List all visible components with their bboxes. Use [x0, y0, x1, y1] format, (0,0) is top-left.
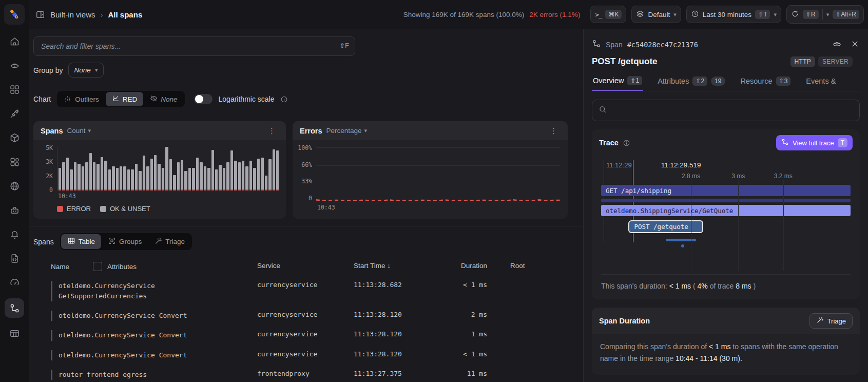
span-count-bar[interactable] — [242, 161, 244, 190]
tab-resource[interactable]: Resource⇧3 — [740, 76, 792, 91]
span-count-bar[interactable] — [165, 147, 168, 190]
close-icon[interactable] — [850, 39, 860, 50]
view-selector-dropdown[interactable]: Default ▾ — [631, 6, 681, 23]
col-service[interactable]: Service — [257, 262, 354, 270]
span-count-bar[interactable] — [97, 164, 99, 190]
span-count-bar[interactable] — [196, 158, 199, 190]
waterfall-span-connector[interactable] — [601, 199, 851, 202]
span-id[interactable]: #c54028ec47c21376 — [627, 41, 698, 49]
kebab-menu-icon[interactable]: ⋮ — [265, 126, 279, 135]
span-count-bar[interactable] — [112, 166, 114, 190]
span-count-bar[interactable] — [234, 161, 237, 190]
span-count-bar[interactable] — [184, 171, 187, 190]
trace-waterfall[interactable]: 11:12:29 11:12:29.519 GET /api/shipping … — [601, 159, 851, 271]
span-count-bar[interactable] — [169, 159, 172, 190]
span-count-bar[interactable] — [162, 168, 164, 190]
gauge-icon[interactable] — [5, 274, 24, 291]
command-palette-button[interactable]: >_ ⌘K — [590, 6, 626, 23]
span-count-bar[interactable] — [276, 150, 279, 190]
refresh-icon[interactable] — [791, 10, 799, 20]
span-count-bar[interactable] — [158, 164, 160, 190]
error-count-status[interactable]: 2K errors (1.1%) — [529, 11, 580, 18]
table-row[interactable]: oteldemo.CurrencyService Convert currenc… — [29, 326, 583, 345]
span-count-bar[interactable] — [143, 156, 145, 190]
dashboard-grid-icon[interactable] — [5, 81, 24, 98]
waterfall-event-dot[interactable] — [681, 244, 684, 247]
span-count-bar[interactable] — [104, 161, 107, 190]
table-cards-icon[interactable] — [5, 325, 24, 342]
span-count-bar[interactable] — [245, 166, 248, 190]
tab-triage[interactable]: Triage — [148, 235, 191, 249]
table-row[interactable]: router frontend egress frontendproxy 11:… — [29, 365, 583, 382]
search-input[interactable] — [33, 36, 355, 56]
span-count-bar[interactable] — [173, 175, 176, 190]
span-count-bar[interactable] — [135, 164, 138, 190]
span-count-bar[interactable] — [230, 150, 233, 190]
spans-metric-dropdown[interactable]: Count▾ — [67, 127, 91, 135]
breadcrumb-section[interactable]: Built-in views — [50, 10, 95, 19]
trace-icon[interactable] — [5, 298, 24, 318]
col-start-time[interactable]: Start Time ↓ — [354, 262, 436, 270]
robot-icon[interactable] — [5, 202, 24, 219]
span-count-bar[interactable] — [70, 169, 72, 190]
col-name[interactable]: Name — [51, 263, 69, 271]
span-count-bar[interactable] — [204, 166, 206, 190]
span-count-bar[interactable] — [257, 159, 260, 190]
span-count-bar[interactable] — [238, 162, 241, 190]
span-count-bar[interactable] — [82, 166, 84, 190]
col-duration[interactable]: Duration — [436, 262, 487, 270]
col-root[interactable]: Root — [487, 262, 583, 270]
chart-mode-none[interactable]: None — [144, 92, 183, 106]
chart-mode-red[interactable]: RED — [106, 92, 144, 106]
span-count-bar[interactable] — [116, 168, 119, 190]
kebab-menu-icon[interactable]: ⋮ — [547, 126, 561, 135]
span-count-bar[interactable] — [62, 162, 65, 190]
cube-icon[interactable] — [5, 129, 24, 146]
span-count-bar[interactable] — [211, 150, 214, 190]
chart-mode-outliers[interactable]: Outliers — [58, 92, 105, 106]
views-panel-icon[interactable] — [35, 10, 45, 20]
waterfall-span-parent[interactable]: oteldemo.ShippingService/GetQuote — [601, 205, 851, 216]
span-count-bar[interactable] — [200, 162, 202, 190]
panel-search-input[interactable] — [592, 100, 860, 121]
app-logo-icon[interactable] — [4, 4, 25, 25]
table-row[interactable]: oteldemo.CurrencyService Convert currenc… — [29, 346, 583, 365]
home-icon[interactable] — [5, 33, 24, 50]
plug-icon[interactable] — [5, 105, 24, 122]
waterfall-span-root[interactable]: GET /api/shipping — [601, 185, 851, 196]
span-count-bar[interactable] — [131, 169, 133, 190]
span-count-bar[interactable] — [127, 169, 130, 190]
group-by-dropdown[interactable]: None ▾ — [68, 63, 104, 78]
chevron-down-icon[interactable]: ▾ — [826, 12, 830, 17]
globe-icon[interactable] — [5, 178, 24, 195]
span-count-bar[interactable] — [192, 168, 195, 190]
span-count-bar[interactable] — [261, 158, 263, 190]
file-code-icon[interactable] — [5, 250, 24, 267]
errors-metric-dropdown[interactable]: Percentage▾ — [326, 127, 368, 135]
span-count-bar[interactable] — [139, 171, 141, 190]
span-count-bar[interactable] — [120, 166, 122, 190]
span-count-bar[interactable] — [223, 168, 225, 190]
tab-table[interactable]: Table — [61, 234, 101, 249]
span-count-bar[interactable] — [219, 165, 221, 190]
span-count-bar[interactable] — [150, 159, 153, 190]
span-count-bar[interactable] — [215, 169, 218, 190]
ufo-icon[interactable] — [5, 57, 24, 74]
log-scale-toggle[interactable] — [194, 94, 213, 104]
span-count-bar[interactable] — [74, 162, 76, 190]
tab-attributes[interactable]: Attributes⇧2 19 — [657, 76, 726, 91]
span-count-bar[interactable] — [59, 168, 61, 190]
spans-bar-chart[interactable] — [57, 147, 279, 190]
span-count-bar[interactable] — [177, 162, 180, 190]
span-count-bar[interactable] — [101, 157, 103, 190]
span-count-bar[interactable] — [66, 158, 69, 190]
span-count-bar[interactable] — [249, 161, 252, 190]
col-attributes[interactable]: Attributes — [107, 263, 137, 271]
span-count-bar[interactable] — [78, 164, 80, 190]
span-count-bar[interactable] — [108, 169, 111, 190]
blocks-icon[interactable] — [5, 154, 24, 170]
table-row[interactable]: oteldemo.CurrencyService Convert currenc… — [29, 306, 583, 326]
span-count-bar[interactable] — [181, 160, 183, 190]
waterfall-span-selected[interactable]: POST /getquote — [628, 220, 703, 233]
span-count-bar[interactable] — [85, 162, 88, 190]
